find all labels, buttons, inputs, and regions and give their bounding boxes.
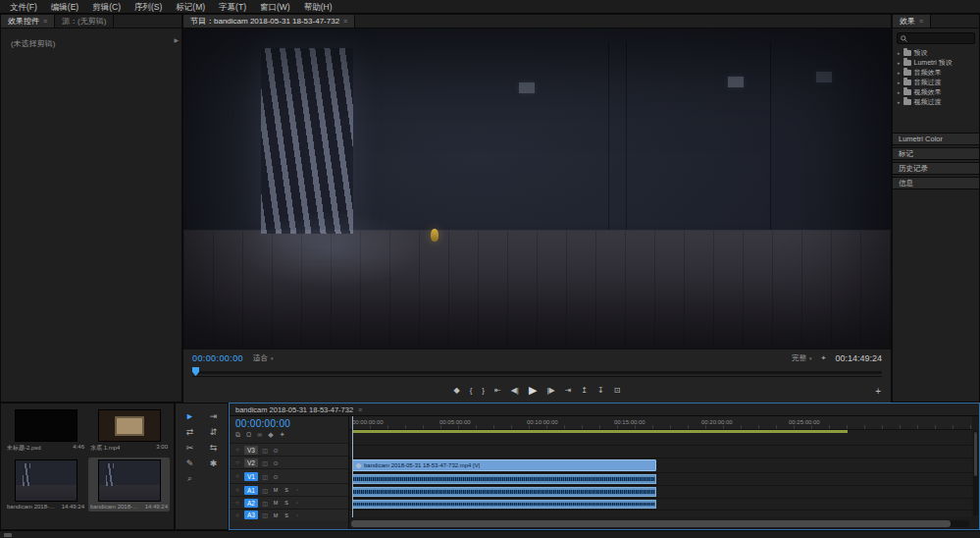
twirl-icon[interactable]: ▸: [898, 89, 901, 95]
linked-selection-icon[interactable]: ∞: [257, 431, 262, 441]
twirl-icon[interactable]: ▸: [898, 70, 901, 76]
track-v3[interactable]: [349, 433, 972, 446]
track-lock-icon[interactable]: ○: [233, 487, 241, 493]
panel-menu-icon[interactable]: ≡: [919, 18, 923, 25]
add-marker-icon[interactable]: ◆: [268, 431, 273, 441]
timeline-ruler[interactable]: 00:00:00:00 00:05:00:00 00:10:00:00 00:1…: [349, 416, 972, 430]
track-badge-a1[interactable]: A1: [244, 486, 258, 495]
panel-tab-lumetri-color[interactable]: Lumetri Color: [893, 133, 979, 145]
panel-tab-info[interactable]: 信息: [893, 177, 979, 189]
menu-edit[interactable]: 编辑(E): [44, 0, 85, 14]
slip-tool[interactable]: ⇆: [206, 441, 222, 454]
ripple-edit-tool[interactable]: ⇄: [182, 425, 198, 438]
sync-lock-icon[interactable]: ◫: [261, 487, 269, 494]
extract-button[interactable]: ↧: [597, 387, 604, 395]
playback-resolution-select[interactable]: 完整 ▾: [792, 353, 812, 363]
seek-track[interactable]: [192, 371, 882, 374]
mute-toggle[interactable]: M: [272, 487, 280, 493]
menu-help[interactable]: 帮助(H): [297, 0, 339, 14]
voiceover-record-icon[interactable]: ◦: [293, 487, 301, 493]
track-select-tool[interactable]: ⇥: [206, 409, 222, 422]
timeline-vertical-scrollbar[interactable]: [973, 430, 978, 515]
track-lock-icon[interactable]: ○: [233, 500, 241, 506]
nest-toggle-icon[interactable]: ⧉: [235, 431, 240, 441]
project-item[interactable]: bandicam 2018-05…14:49:24: [5, 457, 86, 511]
track-lock-icon[interactable]: ○: [233, 512, 241, 518]
track-output-eye-icon[interactable]: ⊙: [272, 459, 280, 466]
menu-title[interactable]: 字幕(T): [212, 0, 253, 14]
mark-out-button[interactable]: }: [482, 387, 485, 395]
project-item-selected[interactable]: bandicam 2018-05…14:49:24: [88, 457, 170, 511]
audio-clip-a2[interactable]: [352, 487, 656, 497]
track-output-eye-icon[interactable]: ⊙: [272, 473, 280, 480]
menu-sequence[interactable]: 序列(S): [128, 0, 169, 14]
lift-button[interactable]: ↥: [581, 387, 588, 395]
razor-tool[interactable]: ✂: [182, 441, 198, 454]
project-item[interactable]: 水底 1.mp43:00: [88, 407, 170, 455]
bin-audio-transitions[interactable]: ▸音频过渡: [893, 78, 979, 87]
panel-tab-markers[interactable]: 标记: [893, 147, 979, 160]
tab-program-monitor[interactable]: 节目：bandicam 2018-05-31 18-53-47-732 ≡: [183, 15, 355, 27]
tab-sequence[interactable]: bandicam 2018-05-31 18-53-47-732: [235, 405, 353, 414]
panel-menu-icon[interactable]: ≡: [343, 18, 347, 25]
mark-in-button[interactable]: {: [470, 387, 473, 395]
chevron-right-icon[interactable]: ▶: [174, 36, 179, 43]
project-thumbnail[interactable]: [98, 409, 161, 442]
step-forward-button[interactable]: |▶: [546, 387, 554, 395]
track-badge-a2[interactable]: A2: [244, 499, 258, 508]
track-a3[interactable]: [349, 499, 972, 511]
scrollbar-handle[interactable]: [351, 520, 951, 527]
mute-toggle[interactable]: M: [272, 512, 280, 518]
timeline-horizontal-scrollbar[interactable]: [351, 520, 969, 527]
track-badge-v2[interactable]: V2: [244, 458, 258, 467]
export-frame-button[interactable]: ⊡: [614, 387, 621, 395]
track-v2[interactable]: [349, 446, 972, 458]
program-seek-bar[interactable]: [192, 367, 882, 377]
tab-effects[interactable]: 效果 ≡: [893, 15, 931, 27]
sync-lock-icon[interactable]: ◫: [261, 500, 269, 507]
twirl-icon[interactable]: ▸: [898, 60, 901, 66]
go-to-in-button[interactable]: ⇤: [494, 387, 501, 395]
twirl-icon[interactable]: ▸: [898, 80, 901, 85]
step-back-button[interactable]: ◀|: [511, 387, 519, 395]
sync-lock-icon[interactable]: ◫: [261, 473, 269, 480]
track-badge-a3[interactable]: A3: [244, 511, 258, 519]
sync-lock-icon[interactable]: ◫: [261, 459, 269, 466]
panel-menu-icon[interactable]: ≡: [358, 406, 362, 413]
solo-toggle[interactable]: S: [283, 500, 290, 506]
bin-audio-effects[interactable]: ▸音频效果: [893, 68, 979, 78]
menu-window[interactable]: 窗口(W): [253, 0, 297, 14]
button-editor-plus-button[interactable]: +: [875, 386, 881, 397]
timeline-playhead[interactable]: [352, 416, 353, 517]
track-lock-icon[interactable]: ○: [233, 473, 241, 479]
twirl-icon[interactable]: ▸: [898, 99, 901, 105]
solo-toggle[interactable]: S: [283, 512, 290, 518]
track-lock-icon[interactable]: ○: [233, 447, 241, 453]
project-thumbnail[interactable]: [15, 409, 77, 442]
go-to-out-button[interactable]: ⇥: [565, 387, 572, 395]
track-a2[interactable]: [349, 486, 972, 499]
panel-menu-icon[interactable]: ≡: [43, 18, 47, 25]
voiceover-record-icon[interactable]: ◦: [293, 500, 301, 506]
track-badge-v1[interactable]: V1: [244, 472, 258, 481]
track-output-eye-icon[interactable]: ⊙: [272, 447, 280, 454]
tab-effect-controls[interactable]: 效果控件 ≡: [1, 15, 55, 27]
track-a1[interactable]: [349, 473, 972, 486]
video-clip[interactable]: bandicam 2018-05-31 18-53-47-732.mp4 [V]: [352, 459, 656, 471]
snap-toggle-icon[interactable]: Ω: [246, 431, 251, 441]
sync-lock-icon[interactable]: ◫: [261, 447, 269, 454]
scrollbar-handle[interactable]: [974, 432, 977, 476]
bin-lumetri-presets[interactable]: ▸Lumetri 预设: [893, 58, 979, 68]
project-thumbnail[interactable]: [15, 459, 77, 502]
bin-video-transitions[interactable]: ▸视频过渡: [893, 97, 979, 107]
twirl-icon[interactable]: ▸: [898, 50, 901, 56]
solo-toggle[interactable]: S: [283, 487, 290, 493]
zoom-tool[interactable]: ⌕: [182, 472, 198, 485]
sync-lock-icon[interactable]: ◫: [261, 511, 269, 518]
pen-tool[interactable]: ✎: [182, 457, 198, 469]
project-item[interactable]: 未标题-2.psd4:46: [5, 407, 86, 455]
menu-marker[interactable]: 标记(M): [169, 0, 212, 14]
selection-tool[interactable]: ►: [182, 409, 198, 422]
mute-toggle[interactable]: M: [272, 500, 280, 506]
track-lock-icon[interactable]: ○: [233, 459, 241, 465]
